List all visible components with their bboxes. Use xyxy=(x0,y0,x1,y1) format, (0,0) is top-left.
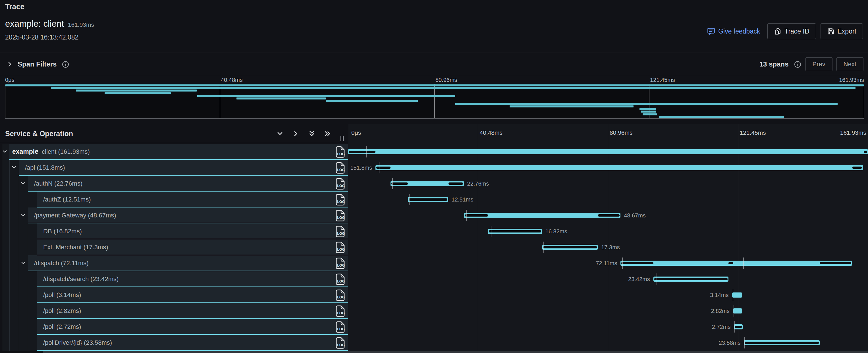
trace-title: example: client161.93ms xyxy=(5,19,94,29)
span-name-cell[interactable]: exampleclient (161.93ms)LOG xyxy=(2,144,348,160)
operation-name: /authZ (12.51ms) xyxy=(43,196,91,203)
minimap-grid-line xyxy=(220,84,220,118)
span-name-cell[interactable]: /poll (2.72ms)LOG xyxy=(2,319,348,335)
span-row[interactable]: /dispatch (72.11ms)LOG72.11ms xyxy=(0,255,868,271)
indent-guide xyxy=(19,319,19,335)
chevron-down-icon[interactable] xyxy=(12,166,17,169)
minimap-axis-label: 161.93ms xyxy=(839,77,864,83)
log-icon[interactable]: LOG xyxy=(335,321,345,333)
indent-guide xyxy=(28,303,28,319)
chevron-right-icon[interactable] xyxy=(7,61,12,67)
indent-guide xyxy=(9,160,10,175)
span-row[interactable]: /payment Gateway (48.67ms)LOG48.67ms xyxy=(0,207,868,223)
span-row[interactable]: Ext. Merchant (17.3ms)LOG17.3ms xyxy=(0,239,868,255)
span-bar[interactable] xyxy=(733,309,742,314)
indent-guide xyxy=(19,192,19,207)
log-icon[interactable]: LOG xyxy=(335,194,345,205)
span-name-cell[interactable]: /poll (2.82ms)LOG xyxy=(2,303,348,319)
info-icon[interactable] xyxy=(62,61,69,68)
minimap[interactable] xyxy=(5,84,864,119)
horizontal-scrollbar-thumb[interactable] xyxy=(43,351,868,353)
span-name-cell[interactable]: /authN (22.76ms)LOG xyxy=(2,175,348,192)
log-icon[interactable]: LOG xyxy=(335,337,345,349)
critical-path-segment xyxy=(409,198,447,201)
span-row[interactable]: /api (151.8ms)LOG151.8ms xyxy=(0,160,868,175)
event-tick xyxy=(656,274,657,285)
span-row[interactable]: /poll (2.72ms)LOG2.72ms xyxy=(0,319,868,335)
indent-guide xyxy=(19,207,19,223)
span-row[interactable]: /poll (2.82ms)LOG2.82ms xyxy=(0,303,868,319)
span-name-cell[interactable]: /dispatch/search (23.42ms)LOG xyxy=(2,271,348,287)
duration-label: 151.8ms xyxy=(350,160,372,175)
event-tick xyxy=(366,146,367,157)
span-bar[interactable] xyxy=(348,149,868,154)
operation-name: /authN (22.76ms) xyxy=(34,180,83,187)
span-row[interactable]: DB (16.82ms)LOG16.82ms xyxy=(0,223,868,239)
collapse-one-chevron-down-icon[interactable] xyxy=(276,130,284,137)
log-icon[interactable]: LOG xyxy=(335,162,345,174)
trace-id-button[interactable]: Trace ID xyxy=(767,23,816,39)
span-row[interactable]: exampleclient (161.93ms)LOG xyxy=(0,144,868,160)
span-name-cell[interactable]: /payment Gateway (48.67ms)LOG xyxy=(2,207,348,223)
span-bar[interactable] xyxy=(620,261,852,266)
info-icon[interactable] xyxy=(794,61,802,68)
event-tick xyxy=(735,321,735,332)
critical-path-segment xyxy=(852,166,862,169)
span-name-cell[interactable]: Ext. Merchant (17.3ms)LOG xyxy=(2,239,348,255)
span-row-background xyxy=(37,319,348,335)
span-name-cell[interactable]: DB (16.82ms)LOG xyxy=(2,223,348,239)
export-button[interactable]: Export xyxy=(820,23,863,39)
svg-text:LOG: LOG xyxy=(337,152,345,156)
log-icon[interactable]: LOG xyxy=(335,178,345,190)
expand-all-double-chevron-right-icon[interactable] xyxy=(324,130,332,137)
span-name-cell[interactable]: /dispatch (72.11ms)LOG xyxy=(2,255,348,271)
log-icon[interactable]: LOG xyxy=(335,226,345,237)
span-row[interactable]: /pollDriver/{id} (23.58ms)LOG23.58ms xyxy=(0,335,868,351)
prev-span-button[interactable]: Prev xyxy=(805,57,833,71)
chevron-down-icon[interactable] xyxy=(21,214,26,217)
chevron-down-icon[interactable] xyxy=(2,150,7,153)
trace-name: example: client xyxy=(5,19,64,29)
collapse-all-double-chevron-down-icon[interactable] xyxy=(308,130,315,137)
expand-collapse-controls xyxy=(276,124,332,143)
critical-path-segment xyxy=(349,151,375,153)
chevron-down-icon[interactable] xyxy=(21,261,26,265)
log-icon[interactable]: LOG xyxy=(335,242,345,253)
log-icon[interactable]: LOG xyxy=(335,274,345,285)
operation-name: client (161.93ms) xyxy=(42,148,90,155)
span-timeline-cell: 23.42ms xyxy=(348,271,868,287)
indent-guide xyxy=(28,319,28,335)
log-icon[interactable]: LOG xyxy=(335,289,345,301)
span-name-cell[interactable]: /poll (3.14ms)LOG xyxy=(2,287,348,303)
critical-path-segment xyxy=(543,246,597,248)
span-bar[interactable] xyxy=(375,165,863,170)
trace-page-header: Trace example: client161.93ms 2025-03-28… xyxy=(0,0,868,53)
minimap-span-bar xyxy=(51,87,856,89)
critical-path-segment xyxy=(598,214,620,217)
span-name-cell[interactable]: /pollDriver/{id} (23.58ms)LOG xyxy=(2,335,348,351)
span-row[interactable]: /poll (3.14ms)LOG3.14ms xyxy=(0,287,868,303)
give-feedback-link[interactable]: Give feedback xyxy=(707,27,760,35)
span-bar[interactable] xyxy=(732,292,742,297)
span-filters-toggle[interactable]: Span Filters xyxy=(7,53,69,75)
span-row[interactable]: /authN (22.76ms)LOG22.76ms xyxy=(0,175,868,192)
log-icon[interactable]: LOG xyxy=(335,146,345,158)
critical-path-segment xyxy=(489,230,541,232)
log-icon[interactable]: LOG xyxy=(335,257,345,269)
log-icon[interactable]: LOG xyxy=(335,305,345,317)
next-span-button[interactable]: Next xyxy=(836,57,864,71)
span-timeline-cell: 16.82ms xyxy=(348,223,868,239)
expand-one-chevron-right-icon[interactable] xyxy=(292,130,300,137)
minimap-span-bar xyxy=(104,92,171,94)
span-name-cell[interactable]: /api (151.8ms)LOG xyxy=(2,160,348,175)
event-tick xyxy=(379,162,379,173)
span-row[interactable]: /authZ (12.51ms)LOG12.51ms xyxy=(0,192,868,207)
indent-guide xyxy=(28,287,28,303)
log-icon[interactable]: LOG xyxy=(335,210,345,221)
span-name-cell[interactable]: /authZ (12.51ms)LOG xyxy=(2,192,348,207)
chevron-down-icon[interactable] xyxy=(21,182,26,185)
svg-text:LOG: LOG xyxy=(337,232,345,236)
column-resize-handle[interactable] xyxy=(340,136,345,141)
indent-guide xyxy=(28,239,28,255)
span-row[interactable]: /dispatch/search (23.42ms)LOG23.42ms xyxy=(0,271,868,287)
